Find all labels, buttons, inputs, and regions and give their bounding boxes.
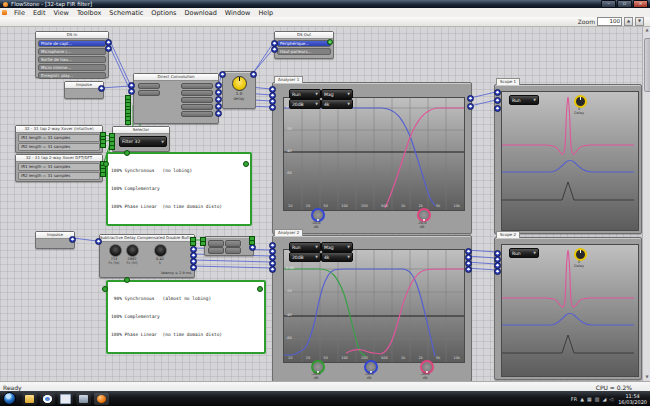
green-pin[interactable] xyxy=(103,161,109,167)
device-item[interactable]: Sortie de hau... xyxy=(38,56,106,63)
module-header[interactable]: Subtractive Delay Compensated Double But… xyxy=(100,235,194,242)
menu-options[interactable]: Options xyxy=(147,9,180,17)
blue-pin[interactable] xyxy=(190,264,197,271)
taskbar-item-browser[interactable] xyxy=(40,393,55,405)
menu-help[interactable]: Help xyxy=(254,9,277,17)
blue-pin[interactable] xyxy=(215,96,222,103)
blue-pin[interactable] xyxy=(494,89,501,96)
module-header[interactable]: 32 - 31 tap 2-way Xover (intuitive) xyxy=(16,126,102,133)
green-pin[interactable] xyxy=(124,150,130,156)
blue-pin[interactable] xyxy=(95,238,102,245)
taskbar-item-window[interactable] xyxy=(58,393,73,405)
zoom-out-button[interactable]: ▼ xyxy=(635,17,644,26)
module-router[interactable] xyxy=(204,236,254,256)
module-header[interactable]: DS Out xyxy=(275,32,333,39)
device-item[interactable]: Pilote de capt... xyxy=(38,40,106,47)
module-header[interactable]: Direct Convolution xyxy=(134,74,218,81)
scrollbar-thumb[interactable] xyxy=(644,38,650,92)
delay-knob[interactable] xyxy=(232,76,247,91)
run-button[interactable]: Run▼ xyxy=(289,242,321,252)
module-header[interactable]: Selector xyxy=(113,127,169,134)
green-pin[interactable] xyxy=(190,237,196,246)
blue-pin[interactable] xyxy=(250,71,257,78)
menu-view[interactable]: View xyxy=(49,9,72,17)
blue-pin[interactable] xyxy=(215,82,222,89)
blue-pin[interactable] xyxy=(494,97,501,104)
device-item[interactable]: Micro interne... xyxy=(38,64,106,71)
fc-lo-knob[interactable] xyxy=(109,244,122,257)
fft-size-button[interactable]: 4k▼ xyxy=(321,252,353,262)
module-tab[interactable]: Scope 1 xyxy=(496,78,520,85)
start-button[interactable] xyxy=(3,392,16,405)
delay-knob[interactable] xyxy=(574,95,587,108)
blue-pin[interactable] xyxy=(249,244,256,251)
scroll-up-arrow[interactable]: ▲ xyxy=(643,26,650,34)
device-item[interactable]: Haut-parleurs... xyxy=(277,48,331,55)
menu-window[interactable]: Window xyxy=(221,9,255,17)
blue-pin[interactable] xyxy=(215,110,222,117)
blue-pin[interactable] xyxy=(467,95,474,102)
green-pin[interactable] xyxy=(109,141,115,150)
module-tab[interactable]: Analyser 1 xyxy=(274,76,303,83)
module-analyser-1[interactable]: 0 dB -20 -40 -60 1020 50100 200500 1k2k … xyxy=(272,82,472,234)
menu-file[interactable]: File xyxy=(10,9,29,17)
close-button[interactable]: × xyxy=(633,0,648,8)
module-tab[interactable]: Analyser 2 xyxy=(274,229,303,236)
green-pin[interactable] xyxy=(100,168,106,177)
green-pin[interactable] xyxy=(257,286,263,292)
module-butterworth[interactable]: Subtractive Delay Compensated Double But… xyxy=(99,234,195,278)
device-item[interactable]: Périphérique... xyxy=(277,40,331,47)
blue-pin[interactable] xyxy=(467,103,474,110)
fc-hi-knob[interactable] xyxy=(126,244,139,257)
menu-download[interactable]: Download xyxy=(180,9,220,17)
green-pin[interactable] xyxy=(200,237,206,246)
blue-pin[interactable] xyxy=(69,236,76,243)
network-icon[interactable]: ◢ xyxy=(602,396,606,402)
taskbar-item-flowstone[interactable] xyxy=(94,393,109,405)
blue-pin[interactable] xyxy=(271,46,278,53)
green-pin[interactable] xyxy=(125,116,131,125)
module-direct-convolution[interactable]: Direct Convolution xyxy=(133,73,219,124)
green-pin[interactable] xyxy=(100,139,106,148)
module-ds-in[interactable]: DS In Pilote de capt... Microphone (... … xyxy=(35,31,109,78)
device-item[interactable]: Enregistr. play... xyxy=(38,72,106,79)
menu-toolbox[interactable]: Toolbox xyxy=(73,9,105,17)
keyboard-icon[interactable]: ▦ xyxy=(587,396,592,402)
device-item[interactable]: Microphone (... xyxy=(38,48,106,55)
vertical-scrollbar[interactable]: ▲ ▼ xyxy=(642,26,650,381)
zoom-in-button[interactable]: ▲ xyxy=(624,17,633,26)
module-xover-dft[interactable]: 32 - 31 tap 2-way Xover DFT/DFT IR1 leng… xyxy=(15,154,103,182)
blue-pin[interactable] xyxy=(494,268,501,275)
blue-pin[interactable] xyxy=(269,104,276,111)
blue-pin[interactable] xyxy=(219,71,226,78)
blue-pin[interactable] xyxy=(215,103,222,110)
module-scope-2[interactable]: Run▼ 0Delay xyxy=(494,237,642,380)
mag-button[interactable]: Mag▼ xyxy=(321,242,353,252)
green-pin[interactable] xyxy=(249,236,255,245)
blue-pin[interactable] xyxy=(215,89,222,96)
green-pin[interactable] xyxy=(243,161,249,167)
menu-edit[interactable]: Edit xyxy=(29,9,50,17)
show-hidden-icons[interactable]: ▲ xyxy=(580,396,584,402)
module-header[interactable]: 32 - 31 tap 2-way Xover DFT/DFT xyxy=(16,155,102,162)
minimize-button[interactable]: – xyxy=(601,0,616,8)
module-tab[interactable]: Scope 2 xyxy=(496,231,520,238)
scroll-down-arrow[interactable]: ▼ xyxy=(643,373,650,381)
green-pin[interactable] xyxy=(124,277,130,283)
blue-pin[interactable] xyxy=(494,105,501,112)
taskbar-item-explorer[interactable] xyxy=(22,393,37,405)
blue-pin[interactable] xyxy=(128,88,135,95)
menu-schematic[interactable]: Schematic xyxy=(105,9,147,17)
mag-button[interactable]: Mag▼ xyxy=(321,89,353,99)
blue-pin[interactable] xyxy=(98,85,105,92)
run-button[interactable]: Run▼ xyxy=(509,95,539,105)
module-xover-intuitive[interactable]: 32 - 31 tap 2-way Xover (intuitive) IR1 … xyxy=(15,125,103,153)
fft-size-button[interactable]: 4k▼ xyxy=(321,99,353,109)
filter-select-button[interactable]: Filter 32▼ xyxy=(119,136,167,147)
language-indicator[interactable]: FR xyxy=(571,396,577,402)
delay-knob[interactable] xyxy=(574,248,587,261)
run-button[interactable]: Run▼ xyxy=(509,248,539,258)
blue-pin[interactable] xyxy=(269,266,276,273)
low-gain-knob[interactable] xyxy=(311,208,325,222)
high-gain-knob[interactable] xyxy=(417,208,431,222)
